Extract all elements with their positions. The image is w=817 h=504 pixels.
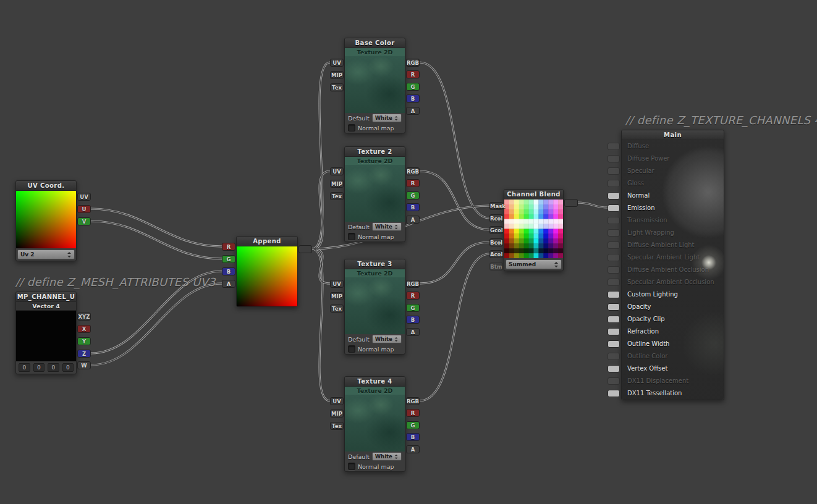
- output-port-w[interactable]: W: [77, 361, 91, 369]
- output-port-b[interactable]: B: [406, 94, 420, 103]
- input-slot[interactable]: [607, 340, 620, 348]
- output-port-a[interactable]: A: [406, 107, 420, 115]
- output-port-g[interactable]: G: [406, 421, 420, 429]
- output-port-xyz[interactable]: XYZ: [77, 313, 91, 321]
- output-port-u[interactable]: U: [77, 205, 91, 213]
- main-input-transmission[interactable]: Transmission: [622, 214, 724, 227]
- input-slot[interactable]: [607, 180, 620, 187]
- output-port-z[interactable]: Z: [77, 350, 91, 358]
- main-input-opacity[interactable]: Opacity: [622, 301, 724, 313]
- output-port-g[interactable]: G: [406, 83, 420, 91]
- node-title[interactable]: Append: [237, 237, 297, 246]
- output-port-rgb[interactable]: RGB: [406, 167, 420, 175]
- default-color-dropdown[interactable]: White: [372, 222, 402, 231]
- normal-map-checkbox[interactable]: [348, 345, 355, 353]
- input-port-mip[interactable]: MIP: [330, 410, 344, 418]
- output-port-g[interactable]: G: [406, 191, 420, 200]
- output-port-v[interactable]: V: [77, 217, 91, 225]
- default-color-dropdown[interactable]: White: [372, 335, 402, 343]
- output-port-b[interactable]: B: [406, 203, 420, 211]
- node-texture-base-color[interactable]: Base Color Texture 2D Default White Norm…: [344, 38, 405, 133]
- main-input-outline-width[interactable]: Outline Width: [622, 338, 724, 350]
- input-port-tex[interactable]: Tex: [330, 304, 344, 313]
- input-port-tex[interactable]: Tex: [330, 192, 344, 200]
- output-port-a[interactable]: A: [406, 328, 420, 336]
- output-port-rgb[interactable]: RGB: [406, 280, 420, 288]
- input-port-bcol[interactable]: Bcol: [489, 238, 503, 246]
- main-input-light-wrapping[interactable]: Light Wrapping: [622, 227, 724, 239]
- input-slot[interactable]: [607, 266, 620, 274]
- normal-map-checkbox[interactable]: [348, 463, 355, 470]
- output-port-r[interactable]: R: [406, 409, 420, 417]
- main-input-diffuse[interactable]: Diffuse: [622, 140, 724, 153]
- value-w-field[interactable]: 0: [62, 363, 74, 372]
- input-slot[interactable]: [607, 377, 620, 385]
- value-y-field[interactable]: 0: [33, 363, 45, 372]
- input-slot[interactable]: [607, 279, 620, 286]
- input-port-uv[interactable]: UV: [330, 167, 344, 175]
- input-port-g[interactable]: G: [222, 255, 235, 263]
- node-title[interactable]: Base Color: [345, 38, 405, 48]
- input-slot[interactable]: [607, 204, 620, 212]
- normal-map-checkbox[interactable]: [348, 124, 355, 132]
- input-slot[interactable]: [607, 242, 620, 249]
- node-uv-coord[interactable]: UV Coord. Uv 2 UV U V: [15, 180, 77, 261]
- default-color-dropdown[interactable]: White: [372, 114, 402, 122]
- input-slot[interactable]: [607, 143, 620, 150]
- input-port-mask[interactable]: Mask: [489, 202, 503, 210]
- output-port-a[interactable]: A: [406, 445, 420, 453]
- input-port-uv[interactable]: UV: [330, 59, 344, 67]
- main-input-diffuse-ambient-occlusion[interactable]: Diffuse Ambient Occlusion: [622, 264, 724, 276]
- output-port-r[interactable]: R: [406, 179, 420, 187]
- main-input-specular-ambient-occlusion[interactable]: Specular Ambient Occlusion: [622, 276, 724, 288]
- node-title[interactable]: Main: [622, 130, 724, 140]
- node-vector4[interactable]: MP_CHANNEL_U Vector 4 0 0 0 0 XYZ X Y Z …: [15, 292, 77, 374]
- input-port-acol[interactable]: Acol: [489, 250, 503, 258]
- node-title[interactable]: UV Coord.: [16, 181, 76, 191]
- node-texture-3[interactable]: Texture 3 Texture 2D Default White Norma…: [344, 259, 405, 355]
- main-input-specular[interactable]: Specular: [622, 165, 724, 177]
- input-port-r[interactable]: R: [222, 243, 235, 251]
- output-port[interactable]: [564, 199, 578, 207]
- node-title[interactable]: MP_CHANNEL_U: [16, 292, 76, 302]
- main-input-specular-ambient-light[interactable]: Specular Ambient Light: [622, 251, 724, 264]
- output-port-b[interactable]: B: [406, 433, 420, 441]
- node-main[interactable]: Main DiffuseDiffuse PowerSpecularGlossNo…: [621, 130, 724, 400]
- input-port-uv[interactable]: UV: [330, 397, 344, 405]
- node-title[interactable]: Channel Blend: [504, 190, 563, 200]
- input-slot[interactable]: [607, 328, 620, 335]
- input-slot[interactable]: [607, 390, 620, 397]
- output-port-r[interactable]: R: [406, 70, 420, 78]
- input-port-gcol[interactable]: Gcol: [489, 226, 503, 234]
- output-port-r[interactable]: R: [406, 292, 420, 300]
- output-port-x[interactable]: X: [77, 325, 91, 333]
- node-texture-4[interactable]: Texture 4 Texture 2D Default White Norma…: [344, 376, 405, 472]
- output-port[interactable]: [298, 245, 312, 253]
- output-port-g[interactable]: G: [406, 304, 420, 312]
- uv-channel-dropdown[interactable]: Uv 2: [17, 250, 75, 259]
- main-input-emission[interactable]: Emission: [622, 202, 724, 214]
- node-texture-2[interactable]: Texture 2 Texture 2D Default White Norma…: [344, 146, 405, 242]
- main-input-dx11-displacement[interactable]: DX11 Displacement: [622, 375, 724, 387]
- input-port-a[interactable]: A: [222, 280, 235, 288]
- output-port-b[interactable]: B: [406, 316, 420, 324]
- main-input-diffuse-power[interactable]: Diffuse Power: [622, 153, 724, 165]
- input-slot[interactable]: [607, 155, 620, 162]
- main-input-diffuse-ambient-light[interactable]: Diffuse Ambient Light: [622, 239, 724, 251]
- node-title[interactable]: Texture 3: [345, 259, 405, 269]
- main-input-custom-lighting[interactable]: Custom Lighting: [622, 288, 724, 301]
- input-port-uv[interactable]: UV: [330, 280, 344, 288]
- main-input-dx11-tessellation[interactable]: DX11 Tessellation: [622, 387, 724, 400]
- output-port-uv[interactable]: UV: [77, 193, 91, 201]
- node-graph-canvas[interactable]: // define Z_TEXTURE_CHANNELS 4 // define…: [0, 0, 817, 504]
- input-slot[interactable]: [607, 353, 620, 360]
- output-port-a[interactable]: A: [406, 216, 420, 224]
- input-port-tex[interactable]: Tex: [330, 83, 344, 91]
- main-input-normal[interactable]: Normal: [622, 190, 724, 202]
- input-port-b[interactable]: B: [222, 267, 235, 275]
- value-x-field[interactable]: 0: [19, 363, 30, 372]
- blend-mode-dropdown[interactable]: Summed: [506, 259, 562, 269]
- main-input-gloss[interactable]: Gloss: [622, 177, 724, 190]
- input-slot[interactable]: [607, 291, 620, 298]
- input-port-tex[interactable]: Tex: [330, 422, 344, 430]
